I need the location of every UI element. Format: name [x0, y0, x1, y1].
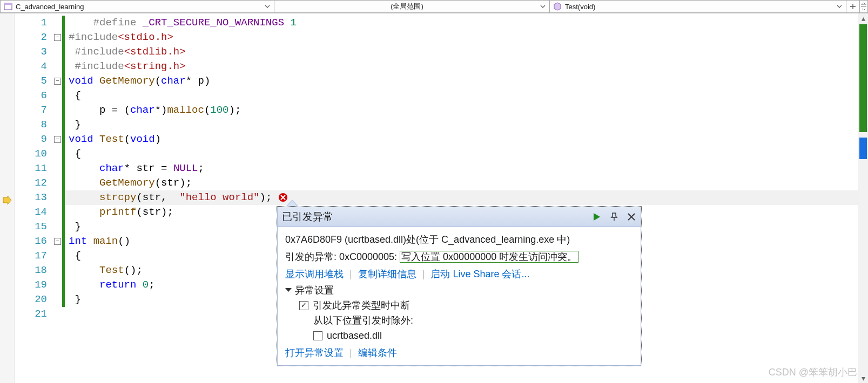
- exception-links: 显示调用堆栈 | 复制详细信息 | 启动 Live Share 会话...: [285, 267, 633, 281]
- context-member-dropdown[interactable]: Test(void): [550, 0, 846, 13]
- method-icon: [553, 2, 562, 11]
- line-number: 5: [15, 74, 47, 88]
- exception-message-line1: 0x7A6D80F9 (ucrtbased.dll)处(位于 C_advance…: [285, 232, 633, 247]
- line-number: 4: [15, 59, 47, 74]
- fold-gutter[interactable]: −−−−: [52, 13, 62, 383]
- line-number: 2: [15, 30, 47, 45]
- context-navbar: C_advanced_learning (全局范围) Test(void): [0, 0, 868, 13]
- chevron-down-icon: [836, 3, 843, 10]
- scroll-down-icon[interactable]: ▾: [858, 373, 868, 383]
- context-scope-label: (全局范围): [278, 2, 536, 11]
- break-on-throw-checkbox[interactable]: ✓: [299, 301, 308, 310]
- line-number: 16: [15, 234, 47, 249]
- line-number: 21: [15, 307, 47, 322]
- exception-popup: 已引发异常 0x7A6D80F9 (ucrtbased.dll)处(位于 C_a…: [277, 206, 642, 366]
- line-number: 7: [15, 103, 47, 118]
- line-number: 14: [15, 205, 47, 220]
- code-line[interactable]: #include<stdlib.h>: [62, 45, 858, 59]
- line-number: 13: [15, 190, 47, 205]
- code-line[interactable]: #include<string.h>: [62, 59, 858, 74]
- code-line[interactable]: #include<stdio.h>: [62, 30, 858, 45]
- code-line[interactable]: void GetMemory(char* p): [62, 74, 858, 88]
- scroll-up-icon[interactable]: ▴: [858, 13, 868, 23]
- code-line[interactable]: {: [62, 147, 858, 161]
- exception-highlight: 写入位置 0x00000000 时发生访问冲突。: [400, 251, 578, 263]
- module-exclude-label: ucrtbased.dll: [327, 329, 382, 343]
- line-number: 3: [15, 45, 47, 59]
- line-number: 12: [15, 176, 47, 190]
- overview-caret-mark: [859, 138, 867, 159]
- edit-conditions-link[interactable]: 编辑条件: [358, 347, 397, 358]
- code-line[interactable]: strcpy(str, "hello world");: [62, 190, 858, 205]
- code-line[interactable]: #define _CRT_SECURE_NO_WARNINGS 1: [62, 16, 858, 30]
- line-number: 20: [15, 292, 47, 307]
- code-line[interactable]: }: [62, 118, 858, 132]
- context-member-label: Test(void): [565, 3, 833, 11]
- close-icon[interactable]: [627, 212, 636, 222]
- line-number: 19: [15, 278, 47, 292]
- exception-body: 0x7A6D80F9 (ucrtbased.dll)处(位于 C_advance…: [277, 227, 641, 366]
- line-number: 17: [15, 249, 47, 263]
- exception-title-bar: 已引发异常: [277, 207, 641, 227]
- open-exception-settings-link[interactable]: 打开异常设置: [285, 347, 344, 358]
- show-callstack-link[interactable]: 显示调用堆栈: [285, 269, 344, 279]
- continue-icon[interactable]: [592, 212, 602, 222]
- exception-settings-toggle[interactable]: 异常设置: [285, 283, 633, 297]
- except-from-label: 从以下位置引发时除外:: [313, 313, 633, 327]
- split-icon: [860, 3, 867, 10]
- code-line[interactable]: char* str = NULL;: [62, 161, 858, 176]
- exception-footer-links: 打开异常设置 | 编辑条件: [285, 346, 633, 360]
- exception-title: 已引发异常: [282, 210, 592, 224]
- line-number-gutter: 123456789101112131415161718192021: [15, 13, 52, 383]
- start-liveshare-link[interactable]: 启动 Live Share 会话...: [430, 269, 529, 279]
- line-number: 11: [15, 161, 47, 176]
- module-exclude-checkbox[interactable]: [313, 331, 322, 340]
- fold-toggle[interactable]: −: [54, 136, 61, 143]
- line-number: 10: [15, 147, 47, 161]
- fold-toggle[interactable]: −: [54, 238, 61, 245]
- breakpoint-gutter[interactable]: [0, 13, 15, 383]
- line-number: 15: [15, 220, 47, 234]
- context-project-label: C_advanced_learning: [16, 3, 261, 11]
- context-scope-dropdown[interactable]: (全局范围): [274, 0, 550, 13]
- triangle-down-icon: [285, 288, 292, 292]
- overview-change-mark: [859, 24, 867, 132]
- line-number: 18: [15, 263, 47, 278]
- nav-add-button[interactable]: [846, 0, 860, 13]
- line-number: 1: [15, 16, 47, 30]
- exception-settings: 异常设置 ✓ 引发此异常类型时中断 从以下位置引发时除外: ucrtbased.…: [285, 283, 633, 343]
- fold-toggle[interactable]: −: [54, 78, 61, 85]
- plus-icon: [850, 3, 856, 10]
- break-on-throw-label: 引发此异常类型时中断: [313, 298, 410, 312]
- code-line[interactable]: GetMemory(str);: [62, 176, 858, 190]
- project-icon: [4, 2, 12, 11]
- chevron-down-icon: [540, 3, 546, 10]
- code-line[interactable]: void Test(void): [62, 132, 858, 147]
- line-number: 9: [15, 132, 47, 147]
- nav-split-handle[interactable]: [860, 0, 868, 13]
- fold-toggle[interactable]: −: [54, 34, 61, 41]
- svg-rect-1: [4, 3, 12, 5]
- vertical-scrollbar[interactable]: ▴ ▾: [858, 13, 868, 383]
- line-number: 8: [15, 118, 47, 132]
- pin-icon[interactable]: [609, 212, 619, 222]
- current-statement-arrow-icon: [2, 195, 12, 205]
- line-number: 6: [15, 88, 47, 103]
- exception-message-line2: 引发的异常: 0xC0000005: 写入位置 0x00000000 时发生访问…: [285, 250, 633, 264]
- code-line[interactable]: {: [62, 88, 858, 103]
- code-line[interactable]: p = (char*)malloc(100);: [62, 103, 858, 118]
- context-project-dropdown[interactable]: C_advanced_learning: [0, 0, 274, 13]
- chevron-down-icon: [264, 3, 271, 10]
- copy-details-link[interactable]: 复制详细信息: [358, 269, 416, 279]
